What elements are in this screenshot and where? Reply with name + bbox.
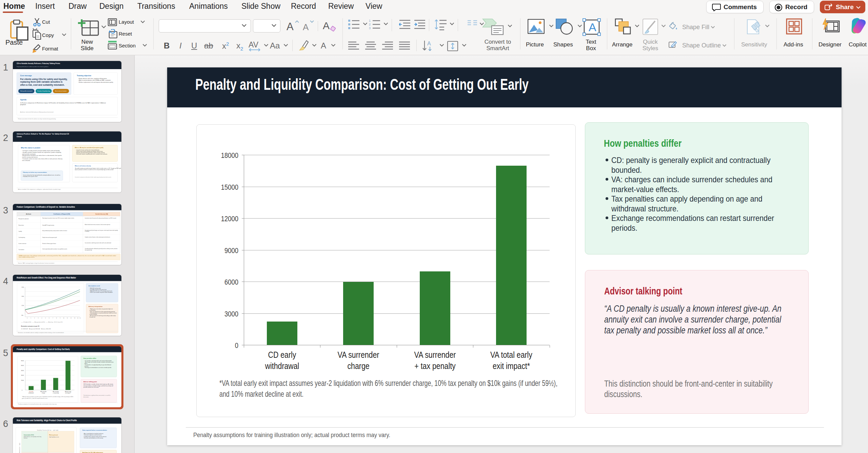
svg-text:8: 8 xyxy=(56,317,57,319)
svg-text:13: 13 xyxy=(74,317,76,319)
svg-text:A: A xyxy=(589,21,596,34)
svg-text:9000: 9000 xyxy=(21,360,24,362)
svg-text:9: 9 xyxy=(60,317,60,319)
svg-text:+ tax penalty: + tax penalty xyxy=(53,392,59,394)
svg-text:charge: charge xyxy=(42,392,45,394)
svg-text:0: 0 xyxy=(22,390,22,391)
svg-text:1: 1 xyxy=(369,19,371,22)
svg-text:10: 10 xyxy=(63,317,64,319)
svg-text:11: 11 xyxy=(67,317,68,319)
svg-text:1500: 1500 xyxy=(21,380,24,381)
svg-text:A: A xyxy=(427,41,431,46)
svg-text:1: 1 xyxy=(31,317,31,319)
svg-text:3: 3 xyxy=(369,26,371,30)
svg-text:exit impact*: exit impact* xyxy=(65,392,71,394)
svg-text:2: 2 xyxy=(34,317,35,319)
svg-text:0: 0 xyxy=(27,317,27,319)
svg-text:4500: 4500 xyxy=(21,370,24,371)
svg-text:160k: 160k xyxy=(21,296,24,297)
svg-text:3000: 3000 xyxy=(21,375,24,376)
svg-text:5: 5 xyxy=(45,317,46,319)
svg-text:7: 7 xyxy=(53,317,53,319)
svg-text:6: 6 xyxy=(49,317,50,319)
svg-text:2: 2 xyxy=(369,23,371,26)
svg-text:6000: 6000 xyxy=(21,365,24,366)
svg-text:4: 4 xyxy=(42,317,42,319)
svg-text:3: 3 xyxy=(38,317,39,319)
svg-text:80k: 80k xyxy=(21,315,23,316)
svg-text:15: 15 xyxy=(79,317,81,319)
svg-text:120k: 120k xyxy=(21,305,24,306)
svg-text:12: 12 xyxy=(71,317,72,319)
svg-text:14: 14 xyxy=(77,317,79,319)
svg-text:200k: 200k xyxy=(21,286,24,288)
svg-text:withdrawal: withdrawal xyxy=(28,392,34,394)
